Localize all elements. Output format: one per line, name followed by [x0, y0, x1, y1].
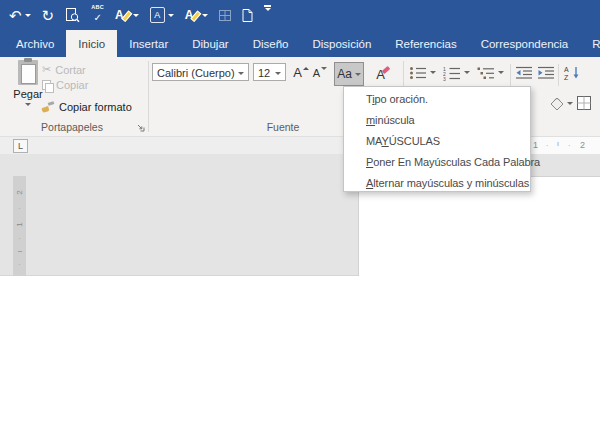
- cut-label: Cortar: [55, 64, 86, 76]
- clipboard-dialog-launcher[interactable]: [136, 123, 145, 132]
- chevron-down-icon[interactable]: [133, 14, 139, 17]
- shrink-font-button[interactable]: A: [312, 63, 328, 82]
- font-style-button-2[interactable]: A: [185, 5, 209, 25]
- ruler-tick: ı: [557, 140, 559, 147]
- customize-qat-button[interactable]: [264, 5, 271, 25]
- new-document-icon: [242, 9, 253, 22]
- copy-button: Copiar: [42, 79, 88, 91]
- grow-font-button[interactable]: A: [292, 63, 310, 82]
- chevron-down-icon[interactable]: [430, 71, 436, 74]
- ruler-number: 2: [580, 140, 585, 150]
- font-style-button[interactable]: A: [115, 5, 139, 25]
- menu-item-text: ÚSCULAS: [389, 135, 440, 147]
- caret-down-icon: [321, 67, 327, 70]
- tab-diseno[interactable]: Diseño: [241, 30, 301, 57]
- scissors-icon: ✂: [42, 63, 51, 76]
- tab-insertar[interactable]: Insertar: [117, 30, 180, 57]
- chevron-down-icon[interactable]: [25, 14, 31, 17]
- tab-dibujar[interactable]: Dibujar: [180, 30, 240, 57]
- chevron-down-icon[interactable]: [25, 103, 31, 106]
- digit: 3: [443, 76, 446, 82]
- font-group-label: Fuente: [267, 121, 300, 133]
- ruler-tick: ·: [546, 142, 548, 149]
- tab-archivo[interactable]: Archivo: [4, 30, 66, 57]
- menu-item-accelerator: m: [366, 114, 375, 126]
- clipboard-group-label: Portapapeles: [41, 121, 103, 133]
- tab-referencias[interactable]: Referencias: [383, 30, 468, 57]
- divider: [558, 64, 559, 86]
- menu-item-uppercase[interactable]: MAYÚSCULAS: [344, 131, 530, 152]
- clear-formatting-button[interactable]: A: [371, 64, 395, 84]
- ribbon-tab-bar: Archivo Inicio Insertar Dibujar Diseño D…: [0, 30, 600, 57]
- menu-item-text: oner En Mayúsculas Cada Palabra: [373, 156, 540, 168]
- redo-icon: ↻: [42, 8, 55, 23]
- tab-disposicion[interactable]: Disposición: [300, 30, 383, 57]
- paste-label: Pegar: [13, 88, 42, 100]
- overflow-bar-icon: [264, 5, 271, 7]
- numbering-icon[interactable]: 1 2 3: [443, 66, 461, 81]
- character-border-icon: A: [150, 7, 165, 23]
- change-case-button[interactable]: Aa: [334, 62, 364, 86]
- format-painter-icon: [42, 101, 55, 113]
- ruler-tick: ·: [13, 205, 26, 212]
- ruler-tick: ·: [13, 235, 26, 242]
- chevron-down-icon: [355, 73, 361, 76]
- tab-revisar[interactable]: Revisar: [580, 30, 600, 57]
- quick-access-toolbar: ↶ ↻ ABC ✓ A: [0, 0, 600, 30]
- bullets-icon[interactable]: [409, 66, 427, 80]
- change-case-menu: Tipo oración. minúscula MAYÚSCULAS Poner…: [343, 86, 531, 192]
- clipboard-icon: [18, 60, 38, 85]
- multilevel-list-icon[interactable]: [477, 66, 495, 80]
- chevron-down-icon[interactable]: [498, 71, 504, 74]
- undo-icon: ↶: [9, 8, 22, 23]
- chevron-down-icon[interactable]: [238, 72, 244, 75]
- caret-up-icon: [303, 67, 309, 70]
- increase-indent-icon[interactable]: [537, 66, 555, 80]
- clipboard-clip: [24, 58, 32, 62]
- redo-button[interactable]: ↻: [42, 5, 55, 25]
- group-divider: [148, 61, 149, 132]
- menu-item-lowercase[interactable]: minúscula: [344, 110, 530, 131]
- chevron-down-icon[interactable]: [168, 14, 174, 17]
- spellcheck-abc-icon: ABC: [91, 5, 104, 10]
- menu-item-text: MA: [366, 135, 381, 147]
- check-icon: ✓: [93, 13, 101, 22]
- decrease-indent-icon[interactable]: [515, 66, 533, 80]
- undo-button[interactable]: ↶: [9, 5, 31, 25]
- divider: [510, 64, 511, 86]
- sort-letter-z: Z: [564, 74, 569, 81]
- new-document-button[interactable]: [242, 5, 253, 25]
- sort-icon[interactable]: A Z: [563, 65, 581, 81]
- menu-item-capitalize-each-word[interactable]: Poner En Mayúsculas Cada Palabra: [344, 152, 530, 173]
- font-size-value: 12: [258, 67, 270, 79]
- table-button-disabled: [219, 5, 231, 25]
- ruler-number: 1: [15, 218, 24, 231]
- chevron-down-icon[interactable]: [202, 14, 208, 17]
- ruler-number: 1: [533, 140, 538, 150]
- cut-button: ✂ Cortar: [42, 63, 86, 76]
- menu-item-toggle-case[interactable]: Alternar mayúsculas y minúsculas: [344, 173, 530, 194]
- spellcheck-button[interactable]: ABC ✓: [91, 5, 104, 25]
- chevron-down-icon[interactable]: [275, 72, 281, 75]
- format-painter-button[interactable]: Copiar formato: [42, 101, 132, 113]
- menu-item-sentence-case[interactable]: Tipo oración.: [344, 89, 530, 110]
- character-border-button[interactable]: A: [150, 5, 174, 25]
- chevron-down-icon: [265, 8, 271, 11]
- tab-inicio[interactable]: Inicio: [66, 30, 117, 57]
- shading-bucket-icon[interactable]: [549, 96, 565, 111]
- vertical-ruler[interactable]: 2 · 1 · ı ·: [13, 176, 26, 276]
- print-preview-button[interactable]: [65, 5, 80, 25]
- chevron-down-icon[interactable]: [464, 71, 470, 74]
- tab-correspondencia[interactable]: Correspondencia: [469, 30, 581, 57]
- copy-icon: [42, 80, 52, 91]
- font-size-select[interactable]: 12: [253, 63, 286, 81]
- font-name-select[interactable]: Calibri (Cuerpo): [152, 63, 249, 81]
- table-icon: [219, 10, 231, 21]
- borders-icon[interactable]: [577, 96, 591, 110]
- format-painter-label: Copiar formato: [59, 101, 132, 113]
- tab-selector[interactable]: L: [13, 139, 28, 153]
- ruler-tick: ı: [16, 245, 23, 258]
- ruler-number: 2: [15, 186, 24, 199]
- chevron-down-icon[interactable]: [567, 102, 573, 105]
- menu-item-text: lternar mayúsculas y minúsculas: [373, 177, 529, 189]
